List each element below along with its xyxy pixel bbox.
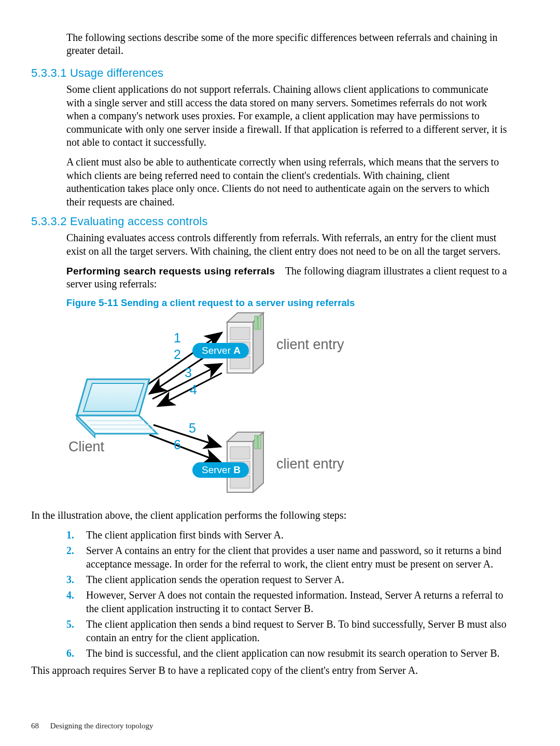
client-icon [59,374,162,441]
list-item: 6.The bind is successful, and the client… [66,646,508,660]
step-text-2: Server A contains an entry for the clien… [86,544,508,571]
svg-marker-7 [83,383,144,411]
step-number-1: 1 [174,330,181,346]
client-entry-a: client entry [276,337,344,353]
svg-rect-26 [230,447,250,459]
client-entry-b: client entry [276,456,344,472]
step-num-5: 5. [66,617,86,644]
list-item: 3.The client application sends the opera… [66,573,508,586]
list-item: 5.The client application then sends a bi… [66,617,508,644]
heading-5-3-3-1: 5.3.3.1 Usage differences [31,66,508,80]
list-item: 2.Server A contains an entry for the cli… [66,544,508,571]
page-number: 68 [31,722,39,730]
section-5-3-3-2-body: Chaining evaluates access controls diffe… [66,231,508,291]
step-num-2: 2. [66,544,86,571]
page: The following sections describe some of … [0,0,560,746]
svg-rect-24 [255,435,257,449]
step-number-4: 4 [190,382,197,397]
footer-title: Designing the directory topology [50,722,153,730]
list-item: 1.The client application first binds wit… [66,528,508,542]
step-text-3: The client application sends the operati… [86,573,508,586]
section2-p1: Chaining evaluates access controls diffe… [66,231,508,258]
client-label: Client [68,439,104,455]
svg-rect-17 [258,316,261,329]
step-num-6: 6. [66,646,86,660]
step-number-2: 2 [174,347,181,362]
step-num-1: 1. [66,528,86,542]
after-figure-paragraph: In the illustration above, the client ap… [31,509,508,522]
step-num-3: 3. [66,573,86,586]
svg-line-4 [153,425,221,447]
steps-list: 1.The client application first binds wit… [66,528,508,660]
step-num-4: 4. [66,588,86,615]
figure-caption: Figure 5-11 Sending a client request to … [66,297,508,309]
section2-runin: Performing search requests using referra… [66,265,508,291]
step-number-6: 6 [174,437,181,452]
server-b-letter: B [233,464,241,475]
section-5-3-3-1-body: Some client applications do not support … [66,83,508,209]
svg-rect-18 [230,327,250,340]
step-text-1: The client application first binds with … [86,528,508,542]
section1-p2: A client must also be able to authentica… [66,156,508,209]
list-item: 4.However, Server A does not contain the… [66,588,508,615]
server-b-prefix: Server [202,464,233,475]
runin-heading: Performing search requests using referra… [66,266,275,277]
server-b-label: Server B [192,462,249,478]
server-a-prefix: Server [202,345,233,356]
step-text-4: However, Server A does not contain the r… [86,588,508,615]
step-number-5: 5 [189,421,196,436]
step-number-3: 3 [185,365,192,380]
section1-p1: Some client applications do not support … [66,83,508,149]
heading-5-3-3-2: 5.3.3.2 Evaluating access controls [31,215,508,228]
closing-paragraph: This approach requires Server B to have … [31,664,508,678]
page-footer: 68 Designing the directory topology [31,722,153,730]
svg-rect-16 [255,316,257,329]
step-text-5: The client application then sends a bind… [86,617,508,644]
intro-paragraph: The following sections describe some of … [66,31,508,57]
server-a-label: Server A [192,343,249,358]
svg-rect-25 [258,435,261,449]
step-text-6: The bind is successful, and the client a… [86,646,508,660]
figure-5-11: 1 2 3 4 5 6 Clien [66,312,398,504]
server-a-letter: A [233,345,241,356]
